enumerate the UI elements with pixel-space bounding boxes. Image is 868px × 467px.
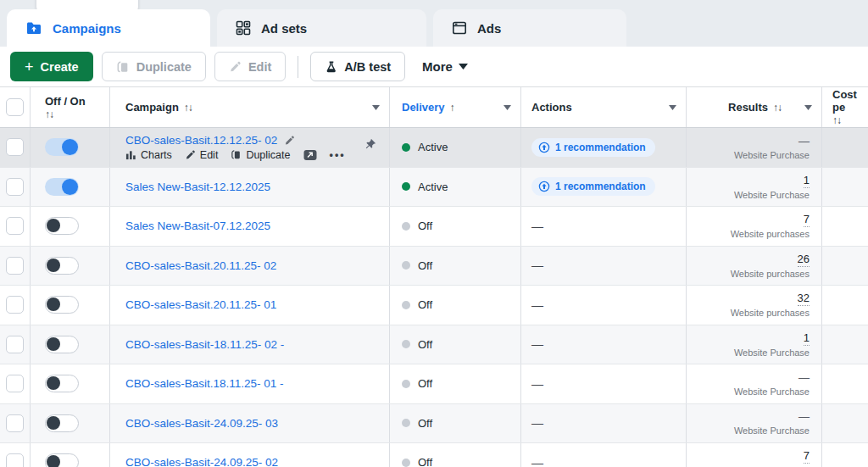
actions-header-label: Actions	[531, 101, 572, 114]
results-value[interactable]: 7	[804, 213, 810, 227]
table-header-row: Off / On ↑↓ Campaign ↑↓ Delivery ↑ Actio…	[0, 87, 868, 128]
campaign-name-link[interactable]: CBO-sales-Basit.20.11.25- 01	[125, 298, 276, 311]
campaign-toggle[interactable]	[45, 453, 79, 467]
status-dot	[402, 340, 410, 348]
column-header-toggle[interactable]: Off / On ↑↓	[31, 87, 110, 127]
edit-pencil-icon	[229, 60, 242, 73]
recommendation-badge[interactable]: 1 recommendation	[531, 177, 655, 196]
toggle-header-label: Off / On	[45, 95, 86, 108]
campaign-header-label: Campaign	[125, 101, 179, 114]
tab-adsets[interactable]: Ad sets	[217, 9, 426, 47]
results-value[interactable]: 1	[804, 331, 810, 346]
duplicate-action[interactable]: Duplicate	[231, 149, 290, 161]
row-checkbox[interactable]	[6, 257, 24, 275]
delivery-status: Off	[418, 456, 432, 467]
toggle-sort-icon[interactable]: ↑↓	[45, 108, 53, 120]
campaign-sort-icon[interactable]: ↑↓	[184, 102, 192, 114]
table-row[interactable]: CBO-sales-Basit-24.09.25- 03 Off — — Web…	[0, 404, 868, 444]
tab-campaigns-label: Campaigns	[53, 21, 121, 36]
column-header-delivery[interactable]: Delivery ↑	[390, 87, 521, 127]
campaign-toggle[interactable]	[45, 296, 79, 314]
ab-test-button[interactable]: A/B test	[310, 52, 405, 81]
delivery-column-menu-caret[interactable]	[504, 105, 511, 110]
cost-sort-icon[interactable]: ↑↓	[832, 114, 841, 126]
row-more-actions[interactable]: •••	[330, 149, 346, 161]
row-checkbox[interactable]	[6, 414, 24, 432]
charts-icon	[125, 149, 136, 160]
campaign-toggle[interactable]	[45, 257, 79, 275]
status-dot	[402, 380, 410, 388]
results-type-label: Website purchases	[731, 308, 810, 318]
table-row[interactable]: CBO-sales-Basit.18.11.25- 01 - Off — — W…	[0, 364, 868, 404]
campaign-toggle[interactable]	[45, 375, 79, 392]
select-all-checkbox[interactable]	[6, 98, 24, 116]
top-tab-strip: Campaigns Ad sets	[0, 0, 868, 47]
tab-ads[interactable]: Ads	[433, 9, 626, 47]
campaign-toggle[interactable]	[45, 217, 79, 235]
pin-icon[interactable]	[364, 138, 376, 150]
table-row[interactable]: Sales New-Basit-12.12.2025 Active 1 reco…	[0, 168, 868, 208]
campaign-column-menu-caret[interactable]	[372, 105, 380, 110]
actions-column-menu-caret[interactable]	[669, 105, 676, 110]
table-row[interactable]: CBO-sales-Basit-18.11.25- 02 - Off — 1 W…	[0, 325, 868, 365]
column-header-campaign[interactable]: Campaign ↑↓	[110, 87, 390, 127]
delivery-status: Off	[418, 220, 432, 232]
results-value[interactable]: 7	[804, 449, 810, 464]
row-checkbox[interactable]	[6, 336, 24, 353]
charts-action[interactable]: Charts	[125, 149, 172, 161]
campaign-name-link[interactable]: CBO-sales-Basit.12.12.25- 02	[125, 134, 277, 147]
table-row[interactable]: CBO-sales-Basit.12.12.25- 02 Charts Edit	[0, 128, 868, 168]
results-value[interactable]: 26	[798, 253, 810, 267]
campaign-name-link[interactable]: CBO-sales-Basit-18.11.25- 02 -	[125, 338, 284, 351]
table-row[interactable]: CBO-sales-Basit.20.11.25- 02 Off — 26 We…	[0, 247, 868, 286]
campaign-toggle[interactable]	[45, 414, 79, 432]
delivery-status: Active	[418, 141, 448, 153]
results-type-label: Website purchases	[731, 269, 810, 279]
campaign-name-link[interactable]: Sales New-Basit-07.12.2025	[125, 220, 270, 232]
more-button[interactable]: More	[422, 59, 468, 74]
campaign-toggle[interactable]	[45, 336, 79, 353]
campaign-name-link[interactable]: CBO-sales-Basit.20.11.25- 02	[125, 259, 276, 272]
results-value[interactable]: 32	[798, 292, 810, 306]
no-actions-dash: —	[531, 377, 543, 391]
row-checkbox[interactable]	[6, 178, 24, 196]
row-checkbox[interactable]	[6, 217, 24, 235]
row-checkbox[interactable]	[6, 453, 24, 467]
delivery-sort-icon[interactable]: ↑	[450, 102, 454, 114]
level-tabs: Campaigns Ad sets	[7, 9, 626, 47]
edit-button[interactable]: Edit	[214, 52, 286, 81]
row-checkbox[interactable]	[6, 375, 24, 392]
row-checkbox[interactable]	[6, 138, 24, 156]
campaign-toggle[interactable]	[45, 138, 79, 156]
delivery-status: Off	[418, 377, 432, 390]
results-type-label: Website purchases	[731, 229, 810, 239]
table-row[interactable]: Sales New-Basit-07.12.2025 Off — 7 Websi…	[0, 207, 868, 247]
campaign-name-link[interactable]: CBO-sales-Basit-24.09.25- 03	[125, 417, 278, 430]
results-column-menu-caret[interactable]	[804, 105, 812, 110]
campaign-toggle[interactable]	[45, 178, 79, 196]
delivery-header-label: Delivery	[402, 101, 445, 114]
row-checkbox[interactable]	[6, 296, 24, 314]
column-header-results[interactable]: Results ↑↓	[687, 87, 822, 127]
toolbar-divider	[298, 56, 298, 78]
campaign-name-link[interactable]: CBO-sales-Basit-24.09.25- 02	[125, 456, 278, 467]
edit-button-label: Edit	[248, 60, 271, 74]
results-value[interactable]: 1	[804, 174, 810, 188]
duplicate-button[interactable]: Duplicate	[102, 52, 206, 81]
create-button[interactable]: + Create	[10, 52, 93, 81]
recommendation-badge[interactable]: 1 recommendation	[531, 138, 655, 157]
rename-pencil-icon[interactable]	[284, 135, 295, 146]
table-row[interactable]: CBO-sales-Basit.20.11.25- 01 Off — 32 We…	[0, 286, 868, 325]
column-header-cost[interactable]: Cost pe ↑↓	[822, 87, 868, 127]
table-row[interactable]: CBO-sales-Basit-24.09.25- 02 Off — 7 Web…	[0, 443, 868, 467]
results-type-label: Website Purchase	[734, 190, 810, 200]
results-sort-icon[interactable]: ↑↓	[773, 102, 782, 114]
edit-action[interactable]: Edit	[185, 149, 219, 161]
campaign-name-link[interactable]: Sales New-Basit-12.12.2025	[125, 181, 270, 193]
recommendation-arrow-icon	[538, 181, 550, 192]
ads-window-icon	[452, 20, 467, 36]
export-action[interactable]	[303, 149, 317, 161]
campaign-name-link[interactable]: CBO-sales-Basit.18.11.25- 01 -	[125, 377, 284, 390]
column-header-actions[interactable]: Actions	[521, 87, 687, 127]
tab-campaigns[interactable]: Campaigns	[7, 9, 210, 47]
